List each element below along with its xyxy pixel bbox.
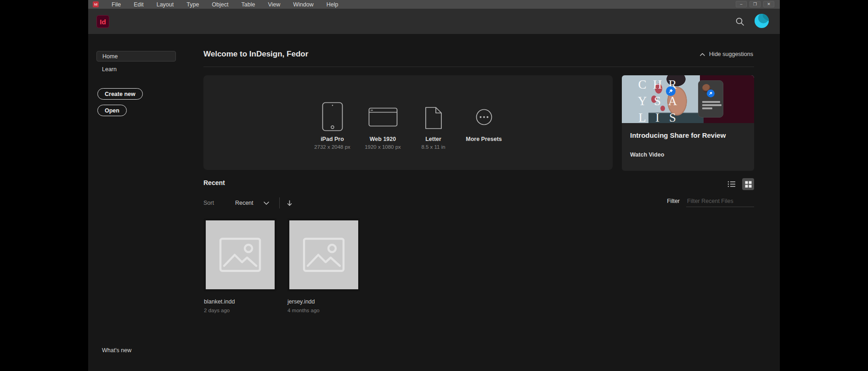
filter-controls: Filter	[667, 198, 754, 207]
title-bar: Id File Edit Layout Type Object Table Vi…	[88, 0, 780, 9]
sort-dropdown[interactable]: Recent	[235, 200, 254, 206]
promo-cover-title-letters: CHR YSA LIS	[635, 76, 680, 123]
menu-view[interactable]: View	[261, 0, 287, 9]
search-icon[interactable]	[735, 17, 745, 27]
preset-dims: 1920 x 1080 px	[358, 144, 408, 150]
comment-text-line	[702, 101, 720, 103]
pin-comment-icon	[707, 90, 715, 97]
sort-controls: Sort Recent	[203, 197, 292, 208]
menu-layout[interactable]: Layout	[150, 0, 180, 9]
menu-edit[interactable]: Edit	[127, 0, 150, 9]
promo-cover-image: CHR YSA LIS	[622, 75, 754, 123]
preset-dims: 8.5 x 11 in	[408, 144, 459, 150]
sort-label: Sort	[203, 200, 214, 206]
window-controls: – ❐ ✕	[736, 1, 774, 7]
menu-file[interactable]: File	[105, 0, 127, 9]
comment-text-line	[702, 104, 721, 106]
grid-view-button[interactable]	[742, 178, 754, 190]
promo-card-share-for-review[interactable]: CHR YSA LIS	[622, 75, 754, 171]
desktop-background: Id File Edit Layout Type Object Table Vi…	[0, 0, 868, 371]
file-name: jersey.indd	[287, 298, 360, 305]
file-card-jersey[interactable]: jersey.indd 4 months ago	[287, 219, 360, 313]
file-card-blanket[interactable]: blanket.indd 2 days ago	[204, 219, 276, 313]
browser-window-icon	[358, 101, 408, 131]
sidebar-item-label: Learn	[102, 66, 117, 73]
preset-dims: 2732 x 2048 px	[307, 144, 358, 150]
file-thumbnail-placeholder	[206, 220, 275, 289]
menu-type[interactable]: Type	[180, 0, 205, 9]
hide-suggestions-button[interactable]: Hide suggestions	[700, 51, 753, 57]
pin-comment-icon	[666, 86, 676, 96]
open-button[interactable]: Open	[97, 105, 127, 116]
sort-direction-arrow-icon[interactable]	[287, 200, 292, 206]
file-name: blanket.indd	[204, 298, 276, 305]
header-divider	[203, 67, 754, 67]
ellipsis-circle-icon	[459, 101, 509, 131]
promo-comment-panel	[698, 80, 723, 118]
preset-name: iPad Pro	[307, 136, 358, 142]
hide-suggestions-label: Hide suggestions	[709, 51, 753, 57]
indesign-logo[interactable]: Id	[96, 15, 109, 28]
menu-bar: File Edit Layout Type Object Table View …	[105, 0, 344, 9]
preset-name: More Presets	[459, 136, 509, 142]
preset-name: Letter	[408, 136, 459, 142]
menu-object[interactable]: Object	[205, 0, 235, 9]
watch-video-link[interactable]: Watch Video	[630, 152, 664, 158]
sidebar-item-learn[interactable]: Learn	[96, 64, 176, 74]
file-modified-time: 4 months ago	[287, 308, 360, 313]
recent-files-grid: blanket.indd 2 days ago jersey.indd 4 mo…	[204, 219, 371, 313]
sidebar-item-label: Home	[102, 53, 118, 60]
indesign-mini-icon: Id	[93, 1, 99, 7]
filter-label: Filter	[667, 198, 680, 204]
menu-table[interactable]: Table	[235, 0, 261, 9]
preset-web-1920[interactable]: Web 1920 1920 x 1080 px	[358, 75, 408, 170]
chevron-up-icon	[700, 53, 705, 56]
recent-section-title: Recent	[203, 179, 225, 186]
suggestions-panel: iPad Pro 2732 x 2048 px Web 1920 1920 x …	[203, 75, 613, 170]
tablet-icon	[307, 101, 358, 131]
more-presets-button[interactable]: More Presets	[459, 75, 509, 170]
sidebar-item-home[interactable]: Home	[96, 51, 176, 62]
page-title: Welcome to InDesign, Fedor	[203, 50, 308, 59]
menu-window[interactable]: Window	[287, 0, 320, 9]
chevron-down-icon[interactable]	[264, 202, 269, 205]
minimize-button[interactable]: –	[736, 1, 747, 7]
page-icon	[408, 101, 459, 131]
view-toggle	[726, 178, 754, 190]
whats-new-link[interactable]: What's new	[102, 347, 131, 354]
create-new-button[interactable]: Create new	[97, 88, 143, 100]
restore-button[interactable]: ❐	[750, 1, 761, 7]
promo-title: Introducing Share for Review	[630, 131, 726, 139]
file-thumbnail-placeholder	[289, 220, 358, 289]
preset-ipad-pro[interactable]: iPad Pro 2732 x 2048 px	[307, 75, 358, 170]
app-header: Id	[88, 9, 780, 34]
close-button[interactable]: ✕	[763, 1, 774, 7]
menu-help[interactable]: Help	[320, 0, 345, 9]
file-modified-time: 2 days ago	[204, 308, 276, 313]
filter-recent-files-input[interactable]	[686, 198, 754, 207]
indesign-window: Id File Edit Layout Type Object Table Vi…	[88, 0, 780, 371]
preset-letter[interactable]: Letter 8.5 x 11 in	[408, 75, 459, 170]
sort-divider	[279, 197, 280, 208]
preset-name: Web 1920	[358, 136, 408, 142]
comment-text-line	[702, 107, 712, 109]
user-avatar[interactable]	[755, 14, 769, 28]
list-view-button[interactable]	[726, 178, 738, 190]
